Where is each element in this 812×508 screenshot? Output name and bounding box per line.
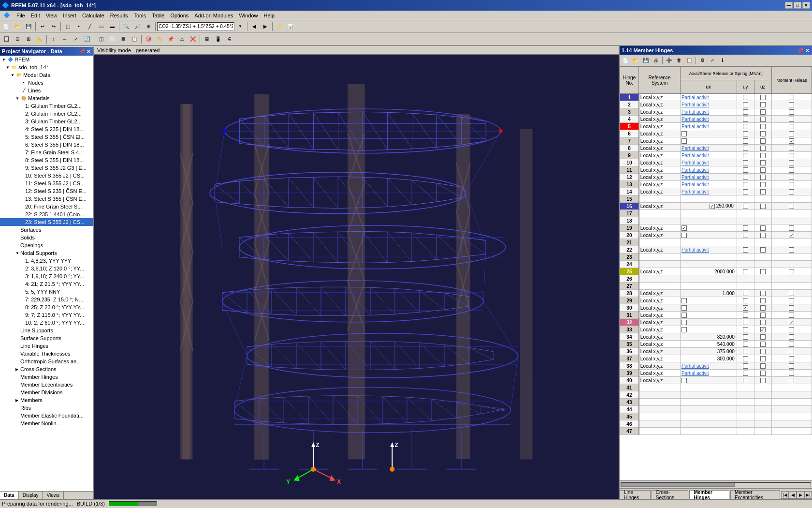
table-row[interactable]: 15: [620, 195, 812, 203]
table-row[interactable]: 27: [620, 283, 812, 290]
tb2-9[interactable]: ◫: [96, 34, 106, 45]
table-row[interactable]: 17: [620, 210, 812, 217]
tb-select[interactable]: ⬚: [62, 21, 73, 32]
table-row[interactable]: 28Local x,y,z1.000: [620, 290, 812, 297]
bnav-prev[interactable]: ◀: [789, 491, 797, 499]
table-row[interactable]: 33Local x,y,z: [620, 326, 812, 333]
tree-root-rfem[interactable]: ▼ 🔷 RFEM: [0, 56, 93, 63]
menu-options[interactable]: Options: [167, 12, 191, 19]
tb-fit[interactable]: ⊞: [143, 21, 154, 32]
table-row[interactable]: 31Local x,y,z: [620, 312, 812, 319]
bnav-first[interactable]: |◀: [781, 491, 789, 499]
tree-cross-sections[interactable]: ▶ Cross-Sections: [0, 365, 93, 373]
tb-zoom-out[interactable]: 🔎: [132, 21, 143, 32]
table-row[interactable]: 43: [620, 399, 812, 406]
tb2-8[interactable]: 🔄: [82, 34, 92, 45]
viewport-canvas[interactable]: Z Y X Z: [94, 55, 619, 499]
table-row[interactable]: 40Local x,y,z: [620, 377, 812, 384]
menu-window[interactable]: Window: [236, 12, 261, 19]
tree-mat-12[interactable]: 12: Steel S 235 | ČSN E...: [0, 187, 93, 195]
tree-mat-23[interactable]: 23: Steel S 355 J2 | CS...: [0, 218, 93, 226]
tree-member-nonlin[interactable]: Member Nonlin...: [0, 419, 93, 427]
tab-member-hinges[interactable]: Member Hinges: [689, 490, 729, 499]
tree-solids[interactable]: Solids: [0, 234, 93, 241]
rt-open[interactable]: 📂: [631, 56, 640, 65]
tree-lines[interactable]: ╱ Lines: [0, 87, 93, 94]
tb2-19[interactable]: 📱: [213, 34, 223, 45]
tb2-20[interactable]: 🖨: [224, 34, 234, 45]
tb2-5[interactable]: ↕: [48, 34, 59, 45]
tree-ns-4[interactable]: 4: 21; Z 21.5 °; YYY YY...: [0, 280, 93, 288]
table-row[interactable]: 7Local x,y,z: [620, 137, 812, 145]
tb2-16[interactable]: ⚠: [176, 34, 187, 45]
rt-print[interactable]: 🖨: [651, 56, 661, 65]
table-row[interactable]: 36Local x,y,z375.000: [620, 348, 812, 355]
tree-nodal-supports[interactable]: ▼ Nodal Supports: [0, 249, 93, 257]
table-row[interactable]: 4Local x,y,zPartial activit: [620, 116, 812, 123]
tab-member-eccentricities[interactable]: Member Eccentricities: [730, 490, 780, 499]
menu-table[interactable]: Table: [149, 12, 167, 19]
tree-ns-7[interactable]: 7: 229,235; Z 15.0 °; N...: [0, 296, 93, 303]
tree-members[interactable]: ▶ Members: [0, 396, 93, 404]
table-row[interactable]: 1Local x,y,zPartial activit: [620, 94, 812, 101]
table-row[interactable]: 37Local x,y,z300.000: [620, 355, 812, 362]
tree-mat-2[interactable]: 2: Glulam Timber GL2...: [0, 110, 93, 118]
right-panel-pin[interactable]: 📌: [797, 48, 804, 53]
tb-open[interactable]: 📂: [12, 21, 23, 32]
tb-line[interactable]: ╱: [85, 21, 95, 32]
nav-tab-views[interactable]: Views: [43, 492, 64, 499]
table-row[interactable]: 12Local x,y,zPartial activit: [620, 174, 812, 181]
table-row[interactable]: 41: [620, 384, 812, 391]
tb-zoom-in[interactable]: 🔍: [121, 21, 131, 32]
tree-mat-5[interactable]: 5: Steel S 355 | ČSN El...: [0, 133, 93, 141]
tree-var-thickness[interactable]: Variable Thicknesses: [0, 350, 93, 358]
table-row[interactable]: 38Local x,y,zPartial activit: [620, 362, 812, 370]
table-row[interactable]: 2Local x,y,zPartial activit: [620, 101, 812, 108]
tree-ns-9[interactable]: 9: 7; Z 115.0 °; YYY YY...: [0, 311, 93, 319]
tree-mat-9[interactable]: 9: Steel S 355 J2 G3 | E...: [0, 164, 93, 172]
table-row[interactable]: 42: [620, 391, 812, 399]
load-combo-input[interactable]: [157, 22, 234, 31]
tree-ns-3[interactable]: 3: 1,9,18; Z 240.0 °; YY...: [0, 272, 93, 280]
tree-ribs[interactable]: Ribs: [0, 404, 93, 412]
nav-close[interactable]: ✕: [86, 49, 91, 54]
tree-ns-10[interactable]: 10: 2; Z 60.0 °; YYY YY...: [0, 319, 93, 327]
table-row[interactable]: 18: [620, 217, 812, 224]
menu-results[interactable]: Results: [107, 12, 131, 19]
menu-addons[interactable]: Add-on Modules: [191, 12, 236, 19]
rt-check[interactable]: ✓: [708, 56, 717, 65]
table-row[interactable]: 23: [620, 254, 812, 261]
tb-node[interactable]: •: [73, 21, 84, 32]
tree-mat-7[interactable]: 7: Fine Grain Steel S 4...: [0, 149, 93, 156]
tb2-7[interactable]: ↗: [71, 34, 81, 45]
tree-surfaces[interactable]: Surfaces: [0, 226, 93, 234]
tree-elastic-found[interactable]: Member Elastic Foundati...: [0, 412, 93, 419]
rt-delete[interactable]: 🗑: [674, 56, 684, 65]
table-row[interactable]: 21: [620, 239, 812, 246]
table-row[interactable]: 5Local x,y,zPartial activit: [620, 123, 812, 130]
tree-mat-6[interactable]: 6: Steel S 355 | DIN 18...: [0, 141, 93, 149]
table-row[interactable]: 14Local x,y,zPartial activit: [620, 188, 812, 195]
rt-save[interactable]: 💾: [641, 56, 651, 65]
tb2-18[interactable]: 🖥: [202, 34, 212, 45]
tb2-2[interactable]: ⊡: [12, 34, 23, 45]
menu-calculate[interactable]: Calculate: [79, 12, 107, 19]
table-row[interactable]: 26: [620, 275, 812, 283]
scrollbar-thumb[interactable]: [621, 483, 735, 487]
tb-save[interactable]: 💾: [23, 21, 34, 32]
tree-mat-4[interactable]: 4: Steel S 235 | DIN 18...: [0, 125, 93, 133]
tb2-17[interactable]: ❌: [188, 34, 198, 45]
tree-member-divisions[interactable]: Member Divisions: [0, 388, 93, 396]
menu-view[interactable]: View: [43, 12, 60, 19]
menu-help[interactable]: Help: [261, 12, 278, 19]
tree-mat-11[interactable]: 11: Steel S 355 J2 | CS...: [0, 179, 93, 187]
tree-line-hinges[interactable]: Line Hinges: [0, 342, 93, 350]
tree-ns-5[interactable]: 5: 5; YYY NNY: [0, 288, 93, 296]
tree-openings[interactable]: Openings: [0, 241, 93, 249]
tree-project[interactable]: ▼ 📁 sdo_tob_14*: [0, 63, 93, 71]
tree-mat-8[interactable]: 8: Steel S 355 | DIN 18...: [0, 156, 93, 164]
nav-tab-display[interactable]: Display: [19, 492, 43, 499]
nav-pin[interactable]: 📌: [78, 49, 86, 54]
tb2-11[interactable]: 🔳: [118, 34, 129, 45]
tree-ns-1[interactable]: 1: 4,8,23; YYY YYY: [0, 257, 93, 265]
